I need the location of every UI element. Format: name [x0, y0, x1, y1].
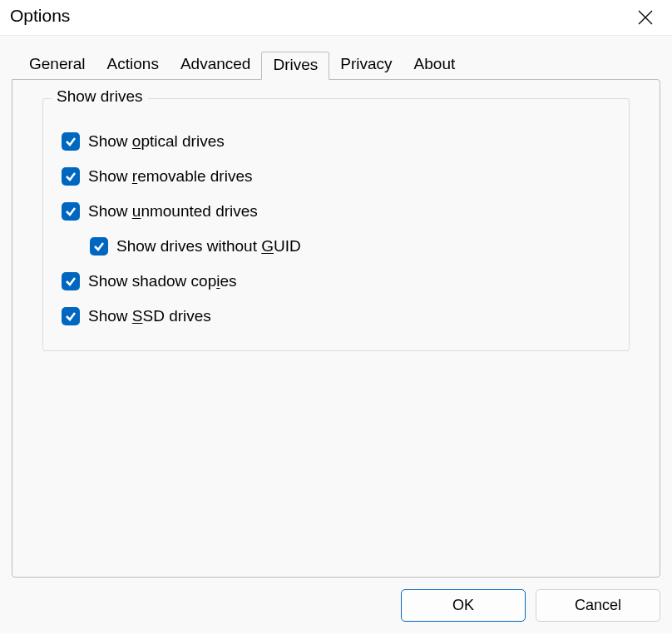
checkbox-show-shadow-copies[interactable]: Show shadow copies: [62, 272, 610, 290]
checkbox-label: Show shadow copies: [88, 272, 237, 290]
checkmark-icon: [62, 167, 80, 186]
tab-privacy[interactable]: Privacy: [329, 52, 403, 80]
checkmark-icon: [62, 272, 80, 290]
checkbox-label: Show SSD drives: [88, 307, 211, 325]
ok-button[interactable]: OK: [401, 589, 526, 622]
window-title: Options: [10, 6, 70, 26]
group-legend: Show drives: [52, 87, 148, 106]
checkmark-icon: [90, 237, 108, 255]
tab-bar: General Actions Advanced Drives Privacy …: [12, 51, 660, 79]
tab-actions[interactable]: Actions: [96, 52, 170, 80]
tab-about[interactable]: About: [403, 52, 467, 80]
checkbox-label: Show unmounted drives: [88, 202, 258, 221]
tab-general[interactable]: General: [18, 52, 96, 80]
tab-advanced[interactable]: Advanced: [170, 52, 262, 80]
tab-drives[interactable]: Drives: [261, 52, 329, 80]
checkbox-show-unmounted[interactable]: Show unmounted drives: [62, 202, 610, 221]
checkbox-label: Show optical drives: [88, 132, 225, 151]
checkbox-show-drives-without-guid[interactable]: Show drives without GUID: [90, 237, 610, 255]
checkbox-show-optical[interactable]: Show optical drives: [62, 132, 610, 151]
checkmark-icon: [62, 132, 80, 151]
cancel-button[interactable]: Cancel: [536, 589, 660, 622]
checkbox-show-ssd-drives[interactable]: Show SSD drives: [62, 307, 610, 325]
group-show-drives: Show drives Show optical drives Show rem…: [42, 98, 630, 351]
checkbox-label: Show removable drives: [88, 167, 252, 186]
checkbox-label: Show drives without GUID: [116, 237, 301, 255]
tab-panel-drives: Show drives Show optical drives Show rem…: [12, 79, 660, 578]
checkbox-show-removable[interactable]: Show removable drives: [62, 167, 610, 186]
close-icon[interactable]: [630, 6, 660, 32]
checkmark-icon: [62, 202, 80, 221]
checkmark-icon: [62, 307, 80, 325]
